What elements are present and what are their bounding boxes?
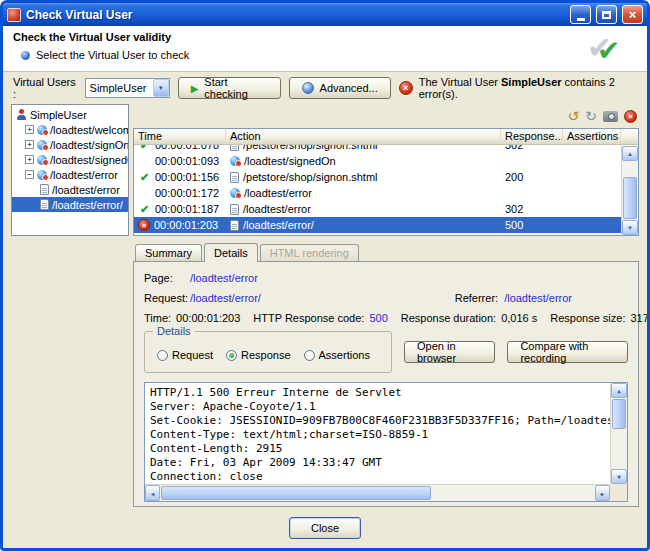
scroll-down-button[interactable]: ▼: [611, 469, 627, 484]
open-in-browser-button[interactable]: Open in browser: [404, 341, 495, 363]
column-header-response[interactable]: Response...: [501, 129, 563, 144]
check-virtual-user-dialog: Check Virtual User × Check the Virtual U…: [0, 0, 650, 551]
response-viewer: HTTP/1.1 500 Erreur Interne de Servlet S…: [144, 382, 628, 502]
request-link[interactable]: /loadtest/error/: [190, 292, 261, 304]
start-checking-button[interactable]: ▶ Start checking: [178, 77, 281, 99]
scrollbar-thumb[interactable]: [612, 399, 626, 429]
scrollbar-thumb[interactable]: [161, 486, 431, 500]
tree-node-signedon[interactable]: + /loadtest/signedOn: [12, 152, 128, 167]
advanced-button[interactable]: Advanced...: [289, 77, 391, 99]
scrollbar-corner: [610, 484, 627, 501]
minimize-button[interactable]: [570, 5, 591, 24]
expand-plus-icon[interactable]: +: [25, 125, 34, 134]
expand-plus-icon[interactable]: +: [25, 140, 34, 149]
table-vertical-scrollbar[interactable]: ▲ ▼: [621, 146, 638, 235]
scroll-left-button[interactable]: ◀: [145, 485, 160, 501]
table-row[interactable]: ✔00:00:01:187 /loadtest/error 302: [134, 201, 621, 217]
page-node-icon: [37, 155, 47, 165]
undo-icon[interactable]: ↺: [568, 109, 580, 123]
down-arrow-icon: ▼: [617, 473, 621, 480]
http-code-label: HTTP Response code:: [253, 312, 364, 324]
request-page-icon: [40, 184, 49, 195]
tree-node-signon[interactable]: + /loadtest/signOn: [12, 137, 128, 152]
column-header-time[interactable]: Time: [134, 129, 226, 144]
header-title: Check the Virtual User validity: [13, 31, 637, 43]
response-vertical-scrollbar[interactable]: ▲ ▼: [610, 383, 627, 484]
error-icon: ×: [399, 81, 413, 95]
referrer-link[interactable]: /loadtest/error: [504, 292, 572, 304]
close-window-button[interactable]: ×: [622, 5, 643, 24]
compare-with-recording-button[interactable]: Compare with recording: [507, 341, 628, 363]
app-icon: [7, 8, 21, 22]
page-node-icon: [37, 125, 47, 135]
collapse-minus-icon[interactable]: −: [25, 170, 34, 179]
tab-html-rendering[interactable]: HTML rendering: [260, 244, 359, 261]
close-button[interactable]: Close: [289, 517, 361, 539]
maximize-icon: [602, 11, 611, 19]
response-text: HTTP/1.1 500 Erreur Interne de Servlet S…: [150, 386, 610, 484]
scrollbar-track[interactable]: [622, 161, 638, 220]
down-arrow-icon: ▼: [627, 225, 633, 231]
up-arrow-icon: ▲: [617, 387, 621, 394]
scrollbar-track[interactable]: [160, 485, 595, 501]
duration-value: 0,016 s: [501, 312, 537, 324]
window-title: Check Virtual User: [26, 8, 565, 22]
scrollbar-thumb[interactable]: [623, 177, 637, 219]
left-arrow-icon: ◀: [151, 490, 155, 497]
maximize-button[interactable]: [596, 5, 617, 24]
expand-plus-icon[interactable]: +: [25, 155, 34, 164]
success-icon: ✔: [138, 172, 151, 183]
column-header-assertions[interactable]: Assertions: [563, 129, 621, 144]
success-icon: ✔: [138, 145, 151, 151]
request-page-icon: [230, 172, 239, 183]
minimize-icon: [577, 18, 585, 21]
redo-icon[interactable]: ↻: [585, 109, 597, 123]
table-row[interactable]: ✔00:00:01:078 /petstore/shop/signon.shtm…: [134, 145, 621, 153]
radio-assertions[interactable]: Assertions: [304, 349, 370, 361]
scroll-down-button[interactable]: ▼: [622, 220, 638, 235]
tab-summary[interactable]: Summary: [135, 244, 202, 261]
table-header: Time Action Response... Assertions: [134, 129, 638, 145]
combo-dropdown-button[interactable]: ▼: [153, 79, 169, 97]
tree-leaf-error-request[interactable]: /loadtest/error: [12, 182, 128, 197]
radio-request[interactable]: Request: [157, 349, 213, 361]
chevron-down-icon: ▼: [158, 85, 164, 91]
tree-node-error[interactable]: − /loadtest/error: [12, 167, 128, 182]
scroll-up-button[interactable]: ▲: [611, 383, 627, 398]
table-row-selected[interactable]: ×00:00:01:203 /loadtest/error/ 500: [134, 217, 621, 233]
toolbar: Virtual Users : SimpleUser ▼ ▶ Start che…: [3, 72, 647, 104]
virtual-user-icon: [16, 109, 27, 120]
advanced-icon: [302, 82, 314, 94]
size-value: 3179 bytes: [630, 312, 650, 324]
scroll-up-button[interactable]: ▲: [622, 146, 638, 161]
results-toolbar: ↺ ↻ ×: [133, 104, 639, 128]
virtual-user-select[interactable]: SimpleUser ▼: [85, 78, 170, 98]
column-header-action[interactable]: Action: [226, 129, 501, 144]
error-icon: ×: [138, 219, 150, 231]
tab-details[interactable]: Details: [204, 243, 258, 262]
show-errors-icon[interactable]: ×: [624, 110, 637, 123]
table-row[interactable]: 00:00:01:093 /loadtest/signedOn: [134, 153, 621, 169]
request-page-icon: [40, 199, 49, 210]
error-summary: × The Virtual User SimpleUser contains 2…: [399, 76, 637, 100]
table-row[interactable]: 00:00:01:172 /loadtest/error: [134, 185, 621, 201]
camera-icon[interactable]: [603, 111, 618, 122]
size-label: Response size:: [550, 312, 625, 324]
error-message: The Virtual User SimpleUser contains 2 e…: [419, 76, 637, 100]
page-link[interactable]: /loadtest/error: [190, 272, 258, 284]
right-arrow-icon: ▶: [601, 490, 605, 497]
response-horizontal-scrollbar[interactable]: ◀ ▶: [145, 484, 610, 501]
request-page-icon: [230, 220, 239, 231]
table-body: ✔00:00:01:078 /petstore/shop/signon.shtm…: [134, 145, 638, 235]
tree-leaf-error-request-selected[interactable]: /loadtest/error/: [12, 197, 128, 212]
dialog-footer: Close: [3, 507, 647, 548]
titlebar[interactable]: Check Virtual User ×: [3, 3, 647, 26]
scroll-right-button[interactable]: ▶: [595, 485, 610, 501]
tree-root-simpleuser[interactable]: SimpleUser: [12, 107, 128, 122]
groupbox-title: Details: [153, 325, 195, 337]
table-row[interactable]: ✔00:00:01:156 /petstore/shop/signon.shtm…: [134, 169, 621, 185]
tree-node-welcome[interactable]: + /loadtest/welcome: [12, 122, 128, 137]
scrollbar-track[interactable]: [611, 398, 627, 469]
page-node-icon: [37, 170, 47, 180]
radio-response[interactable]: Response: [226, 349, 291, 361]
